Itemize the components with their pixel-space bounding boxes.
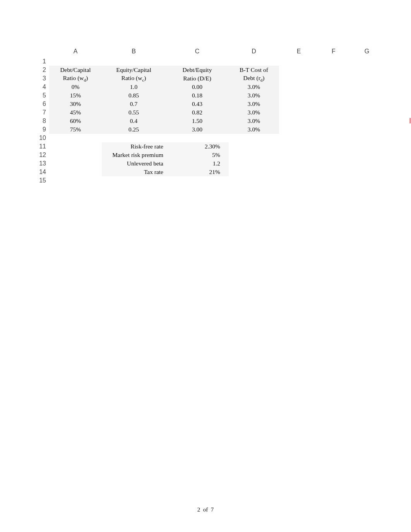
table-cell: 0.85 (102, 91, 166, 100)
footer-of: of (203, 506, 208, 513)
table-cell: 45% (49, 108, 102, 117)
hdr-text: ) (144, 75, 146, 81)
hdr-text: Ratio (w (63, 75, 84, 81)
assumption-label: Market risk premium (102, 151, 166, 159)
assumption-value: 1.2 (166, 159, 229, 168)
col-header: C (166, 46, 229, 57)
table-header-cell: Ratio (D/E) (166, 74, 229, 83)
table-cell: 0.25 (102, 125, 166, 134)
assumption-value: 2.30% (166, 142, 229, 151)
table-cell: 0.55 (102, 108, 166, 117)
table-cell: 0.82 (166, 108, 229, 117)
table-cell: 1.50 (166, 117, 229, 125)
row-number: 7 (37, 108, 49, 117)
table-cell: 3.0% (229, 117, 279, 125)
table-cell: 3.0% (229, 125, 279, 134)
table-cell: 3.00 (166, 125, 229, 134)
table-cell: 0.43 (166, 100, 229, 108)
table-cell: 15% (49, 91, 102, 100)
table-cell: 0.00 (166, 83, 229, 91)
row-number: 6 (37, 100, 49, 108)
table-header-cell: Debt (rd) (229, 74, 279, 83)
hdr-text: Debt (r (243, 75, 260, 81)
row-number: 8 (37, 117, 49, 125)
assumption-value: 5% (166, 151, 229, 159)
table-header-cell: Ratio (wd) (49, 74, 102, 83)
table-header-cell: Debt/Capital (49, 66, 102, 74)
row-number: 13 (37, 159, 49, 168)
col-header: G (349, 46, 385, 57)
table-cell: 0% (49, 83, 102, 91)
col-header: A (49, 46, 102, 57)
table-cell: 0.4 (102, 117, 166, 125)
table-cell: 1.0 (102, 83, 166, 91)
column-header-row: A B C D E F G (37, 46, 385, 57)
assumption-label: Unlevered beta (102, 159, 166, 168)
row-number: 12 (37, 151, 49, 159)
hdr-text: ) (262, 75, 264, 81)
row-number: 5 (37, 91, 49, 100)
row-number: 10 (37, 134, 49, 142)
row-number: 14 (37, 168, 49, 176)
spreadsheet-table: A B C D E F G 1 2 Debt/Capital Equity/Ca… (37, 46, 385, 185)
col-header: B (102, 46, 166, 57)
col-header: F (319, 46, 349, 57)
table-cell: 30% (49, 100, 102, 108)
row-number: 9 (37, 125, 49, 134)
table-header-cell: Ratio (wc) (102, 74, 166, 83)
spreadsheet-region: A B C D E F G 1 2 Debt/Capital Equity/Ca… (37, 46, 385, 185)
table-header-cell: Debt/Equity (166, 66, 229, 74)
footer-total: 7 (211, 506, 214, 513)
col-header: E (279, 46, 319, 57)
table-cell: 3.0% (229, 83, 279, 91)
table-header-cell: B-T Cost of (229, 66, 279, 74)
row-number: 4 (37, 83, 49, 91)
hdr-text: Ratio (w (122, 75, 142, 81)
hdr-text: ) (86, 75, 88, 81)
assumption-label: Tax rate (102, 168, 166, 176)
assumption-label: Risk-free rate (102, 142, 166, 151)
page-edge-marker (409, 118, 411, 123)
row-number: 2 (37, 66, 49, 74)
table-cell: 60% (49, 117, 102, 125)
row-number: 1 (37, 57, 49, 66)
row-number: 3 (37, 74, 49, 83)
table-cell: 0.7 (102, 100, 166, 108)
table-cell: 3.0% (229, 108, 279, 117)
table-cell: 3.0% (229, 100, 279, 108)
table-header-cell: Equity/Capital (102, 66, 166, 74)
row-number: 11 (37, 142, 49, 151)
col-header: D (229, 46, 279, 57)
page-footer: 2 of 7 (0, 506, 411, 513)
table-cell: 3.0% (229, 91, 279, 100)
assumption-value: 21% (166, 168, 229, 176)
row-number: 15 (37, 176, 49, 185)
table-cell: 0.18 (166, 91, 229, 100)
footer-page: 2 (197, 506, 200, 513)
table-cell: 75% (49, 125, 102, 134)
